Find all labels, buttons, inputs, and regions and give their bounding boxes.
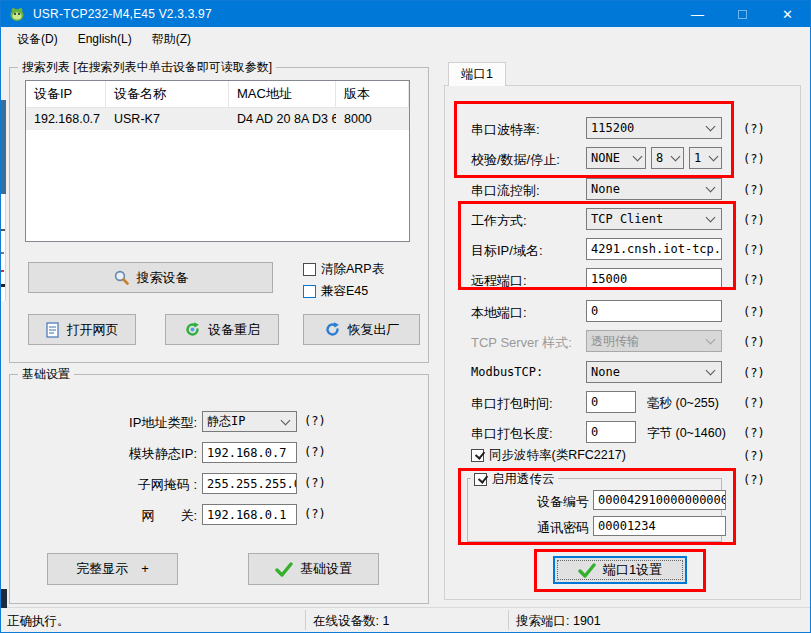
full-display-label: 完整显示 + [76, 560, 149, 578]
static-ip-value: 192.168.0.7 [207, 446, 286, 460]
subnet-mask-field[interactable]: 255.255.255.0 [202, 473, 297, 494]
help-cloud[interactable]: (?) [743, 473, 765, 487]
menu-device[interactable]: 设备(D) [7, 27, 68, 52]
comm-password-field[interactable]: 00001234 [593, 516, 726, 536]
compat-e45-checkbox[interactable]: 兼容E45 [303, 283, 368, 300]
checkbox-icon [303, 285, 316, 298]
pack-len-label: 串口打包长度: [471, 425, 553, 443]
device-table-header: 设备IP 设备名称 MAC地址 版本 [26, 81, 409, 108]
chevron-down-icon [706, 122, 716, 132]
help-tcp-server-style[interactable]: (?) [743, 335, 765, 349]
cloud-enable-checkbox[interactable]: 启用透传云 [471, 471, 558, 488]
help-work-mode[interactable]: (?) [743, 213, 765, 227]
modbus-value: None [591, 365, 620, 379]
subnet-mask-label: 子网掩码 : [115, 476, 197, 494]
device-restart-label: 设备重启 [208, 321, 260, 339]
baud-label: 串口波特率: [471, 121, 540, 139]
parity-select[interactable]: NONE [586, 147, 646, 169]
col-mac[interactable]: MAC地址 [229, 81, 336, 107]
chevron-down-icon [706, 183, 716, 193]
close-icon: ✕ [782, 7, 793, 22]
pack-time-value: 0 [591, 395, 598, 409]
restart-icon [184, 321, 201, 338]
databits-select[interactable]: 8 [651, 147, 684, 169]
baud-select[interactable]: 115200 [586, 117, 722, 139]
comm-password-label: 通讯密码 [523, 519, 589, 537]
maximize-button [720, 1, 765, 27]
modbus-label: ModbusTCP: [471, 365, 543, 379]
clear-arp-checkbox[interactable]: 清除ARP表 [303, 261, 384, 278]
table-row[interactable]: 192.168.0.7 USR-K7 D4 AD 20 8A D3 6E 800… [26, 108, 409, 130]
col-version[interactable]: 版本 [336, 81, 409, 107]
basic-set-label: 基础设置 [300, 560, 352, 578]
sync-baud-checkbox[interactable]: 同步波特率(类RFC2217) [471, 447, 626, 464]
factory-reset-icon [324, 321, 341, 338]
help-local-port[interactable]: (?) [743, 305, 765, 319]
help-subnet-mask[interactable]: (?) [304, 476, 326, 490]
menu-english[interactable]: English(L) [68, 28, 142, 50]
port1-set-button[interactable]: 端口1设置 [553, 556, 687, 584]
row-device-ip: 192.168.0.7 [26, 108, 106, 130]
help-pack-len[interactable]: (?) [743, 426, 765, 440]
help-flow[interactable]: (?) [743, 183, 765, 197]
chevron-down-icon [633, 152, 643, 162]
full-display-button[interactable]: 完整显示 + [47, 553, 178, 585]
stopbits-select[interactable]: 1 [689, 147, 722, 169]
help-sync-baud[interactable]: (?) [743, 449, 765, 463]
tab-port1[interactable]: 端口1 [448, 62, 506, 86]
work-mode-label: 工作方式: [471, 212, 527, 230]
help-gateway[interactable]: (?) [304, 507, 326, 521]
pack-time-label: 串口打包时间: [471, 395, 553, 413]
help-remote-port[interactable]: (?) [743, 273, 765, 287]
basic-settings-group: 基础设置 IP地址类型: 静态IP (?) 模块静态IP: 192.168.0.… [9, 374, 429, 604]
factory-reset-button[interactable]: 恢复出厂 [303, 314, 420, 345]
chevron-down-icon [671, 152, 681, 162]
work-mode-select[interactable]: TCP Client [586, 208, 722, 230]
pack-time-field[interactable]: 0 [586, 391, 636, 413]
remote-port-field[interactable]: 15000 [586, 268, 722, 290]
app-icon [9, 6, 25, 22]
static-ip-field[interactable]: 192.168.0.7 [202, 442, 297, 463]
row-device-name: USR-K7 [106, 108, 229, 130]
target-ip-field[interactable]: 4291.cnsh.iot-tcp.com [586, 238, 722, 260]
device-restart-button[interactable]: 设备重启 [165, 314, 279, 345]
titlebar: USR-TCP232-M4,E45 V2.3.3.97 — ✕ [1, 1, 810, 27]
checkbox-checked-icon [471, 449, 484, 462]
gateway-field[interactable]: 192.168.0.1 [202, 504, 297, 525]
open-webpage-button[interactable]: 打开网页 [28, 314, 136, 345]
flow-select[interactable]: None [586, 178, 722, 200]
modbus-select[interactable]: None [586, 361, 722, 383]
basic-set-button[interactable]: 基础设置 [248, 553, 379, 585]
local-port-value: 0 [591, 304, 598, 318]
menu-help[interactable]: 帮助(Z) [142, 27, 201, 52]
pack-len-field[interactable]: 0 [586, 421, 636, 443]
help-baud[interactable]: (?) [743, 122, 765, 136]
help-pack-time[interactable]: (?) [743, 396, 765, 410]
search-list-title: 搜索列表 [在搜索列表中单击设备即可读取参数] [18, 59, 276, 76]
target-ip-label: 目标IP/域名: [471, 242, 543, 260]
background-window-sliver [1, 589, 7, 608]
help-parity[interactable]: (?) [743, 152, 765, 166]
status-search-port: 搜索端口: 1901 [516, 613, 601, 630]
close-button[interactable]: ✕ [765, 1, 810, 27]
col-device-ip[interactable]: 设备IP [26, 81, 106, 107]
tcp-server-style-select: 透明传输 [586, 330, 722, 352]
minimize-button[interactable]: — [675, 1, 720, 27]
compat-e45-label: 兼容E45 [321, 283, 368, 300]
remote-port-value: 15000 [591, 272, 627, 286]
device-table: 设备IP 设备名称 MAC地址 版本 192.168.0.7 USR-K7 D4… [25, 80, 410, 242]
ip-type-select[interactable]: 静态IP [202, 411, 297, 432]
search-device-button[interactable]: 搜索设备 [28, 262, 273, 293]
help-ip-type[interactable]: (?) [304, 414, 326, 428]
menubar: 设备(D) English(L) 帮助(Z) [2, 27, 809, 51]
clear-arp-label: 清除ARP表 [321, 261, 384, 278]
help-modbus[interactable]: (?) [743, 366, 765, 380]
background-window-sliver [1, 194, 6, 301]
help-target-ip[interactable]: (?) [743, 243, 765, 257]
device-id-field[interactable]: 00004291000000000001 [593, 490, 726, 510]
local-port-field[interactable]: 0 [586, 300, 722, 322]
col-device-name[interactable]: 设备名称 [106, 81, 229, 107]
check-icon [578, 563, 596, 578]
help-static-ip[interactable]: (?) [304, 445, 326, 459]
checkbox-icon [303, 263, 316, 276]
